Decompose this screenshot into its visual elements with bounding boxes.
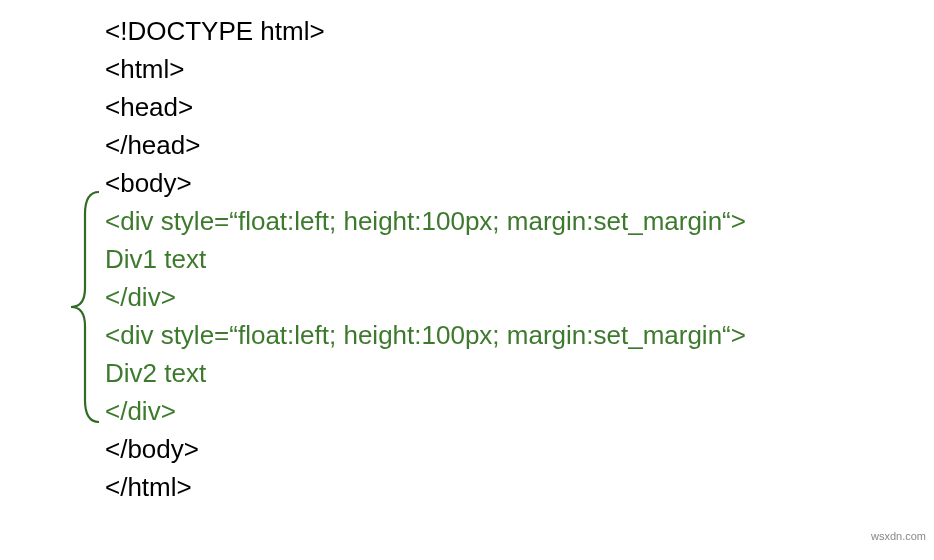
brace-icon xyxy=(65,188,103,426)
code-line: <div style=“float:left; height:100px; ma… xyxy=(105,202,934,240)
code-line: </head> xyxy=(105,126,934,164)
watermark-text: wsxdn.com xyxy=(871,530,926,542)
code-line: <head> xyxy=(105,88,934,126)
code-line: </body> xyxy=(105,430,934,468)
code-line: <!DOCTYPE html> xyxy=(105,12,934,50)
code-line: Div2 text xyxy=(105,354,934,392)
code-snippet: <!DOCTYPE html> <html> <head> </head> <b… xyxy=(105,12,934,506)
code-line: </div> xyxy=(105,392,934,430)
code-line: <body> xyxy=(105,164,934,202)
code-line: </html> xyxy=(105,468,934,506)
code-line: Div1 text xyxy=(105,240,934,278)
code-line: </div> xyxy=(105,278,934,316)
code-line: <html> xyxy=(105,50,934,88)
code-line: <div style=“float:left; height:100px; ma… xyxy=(105,316,934,354)
